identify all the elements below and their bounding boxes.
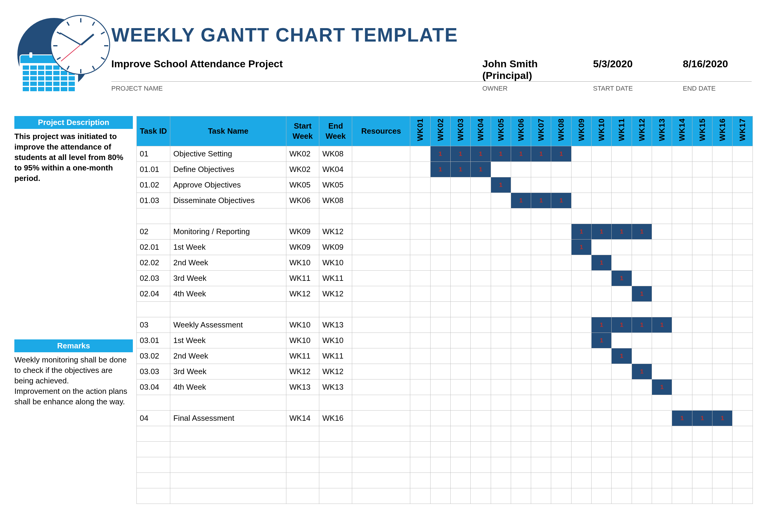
gantt-cell: 1 [551,193,571,208]
end-week-cell: WK08 [319,193,352,208]
end-week-cell: WK13 [319,317,352,333]
gantt-table: Task ID Task Name Start Week End Week Re… [136,116,753,504]
gantt-cell [712,473,733,488]
start-week-cell: WK09 [286,240,319,255]
gantt-cell [632,240,652,255]
end-week-cell [319,302,352,317]
gantt-cell [592,364,612,379]
task-name-cell [170,426,286,442]
table-row: 01.03Disseminate ObjectivesWK06WK08111 [137,193,753,208]
gantt-cell [551,255,571,271]
gantt-cell [672,348,692,364]
gantt-cell [672,146,692,162]
gantt-cell [592,302,612,317]
col-wk13: WK13 [652,116,672,146]
gantt-cell [410,177,430,193]
gantt-cell [471,177,491,193]
gantt-cell [511,333,531,348]
gantt-cell [551,208,571,224]
gantt-cell: 1 [531,146,551,162]
gantt-cell [612,411,632,426]
gantt-cell [571,286,591,302]
gantt-cell [511,162,531,177]
gantt-cell [612,286,632,302]
start-week-cell: WK10 [286,255,319,271]
start-week-cell: WK12 [286,286,319,302]
gantt-cell: 1 [551,146,571,162]
gantt-cell [612,364,632,379]
gantt-cell [430,426,450,442]
gantt-cell [531,302,551,317]
gantt-cell [531,286,551,302]
gantt-cell [511,317,531,333]
gantt-cell [592,193,612,208]
gantt-cell [531,442,551,457]
col-wk17: WK17 [733,116,753,146]
col-wk05: WK05 [491,116,511,146]
gantt-cell [430,317,450,333]
resources-cell [352,442,410,457]
gantt-cell [592,271,612,286]
gantt-cell [733,457,753,473]
start-week-cell: WK10 [286,317,319,333]
gantt-cell [592,146,612,162]
gantt-cell [672,426,692,442]
gantt-cell [692,208,712,224]
gantt-cell [430,255,450,271]
end-week-cell [319,473,352,488]
gantt-cell [692,240,712,255]
gantt-cell [712,177,733,193]
gantt-cell [632,162,652,177]
start-week-cell: WK11 [286,271,319,286]
gantt-cell [612,426,632,442]
gantt-cell: 1 [491,146,511,162]
gantt-cell [551,240,571,255]
gantt-cell [733,473,753,488]
gantt-cell [450,426,471,442]
gantt-cell [511,426,531,442]
start-week-cell [286,395,319,411]
table-row [137,208,753,224]
gantt-cell [410,473,430,488]
gantt-cell [733,286,753,302]
task-id-cell [137,442,170,457]
gantt-cell [592,286,612,302]
col-wk02: WK02 [430,116,450,146]
end-week-cell: WK11 [319,348,352,364]
task-name-cell [170,302,286,317]
gantt-cell [632,302,652,317]
col-wk09: WK09 [571,116,591,146]
gantt-cell [592,457,612,473]
gantt-cell [491,208,511,224]
gantt-cell [531,208,551,224]
gantt-cell [410,146,430,162]
gantt-cell [491,286,511,302]
gantt-cell [450,240,471,255]
gantt-cell [430,348,450,364]
gantt-cell: 1 [430,146,450,162]
start-date-value: 5/3/2020 [593,58,677,70]
gantt-cell [430,333,450,348]
gantt-cell [430,302,450,317]
gantt-cell [491,224,511,240]
table-row: 01.02Approve ObjectivesWK05WK051 [137,177,753,193]
table-row: 03.033rd WeekWK12WK121 [137,364,753,379]
gantt-cell [491,271,511,286]
gantt-cell [733,488,753,504]
gantt-cell [430,224,450,240]
gantt-cell [531,162,551,177]
gantt-cell [571,208,591,224]
gantt-cell [531,473,551,488]
end-week-cell: WK12 [319,364,352,379]
gantt-cell [672,193,692,208]
gantt-cell [471,426,491,442]
gantt-cell [551,333,571,348]
gantt-cell [692,271,712,286]
gantt-cell [692,348,712,364]
gantt-cell [692,286,712,302]
resources-cell [352,364,410,379]
table-row: 02.033rd WeekWK11WK111 [137,271,753,286]
gantt-cell [632,193,652,208]
gantt-cell [632,395,652,411]
table-row [137,426,753,442]
